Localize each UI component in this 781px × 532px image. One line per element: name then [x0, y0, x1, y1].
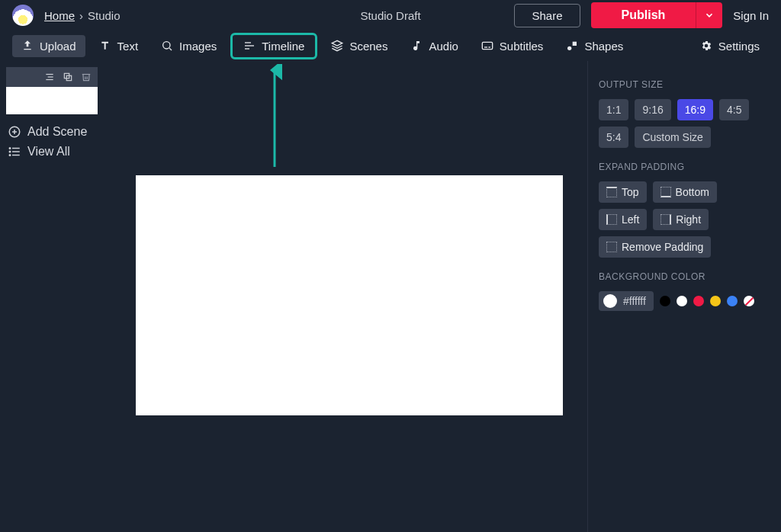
- audio-label: Audio: [429, 40, 458, 53]
- scenes-label: Scenes: [349, 40, 387, 53]
- chevron-right-icon: ›: [79, 9, 83, 22]
- current-color-swatch: [603, 294, 617, 308]
- size-9-16[interactable]: 9:16: [635, 99, 670, 120]
- swatch-red[interactable]: [693, 296, 704, 306]
- pad-bottom-label: Bottom: [676, 186, 709, 198]
- shapes-icon: [566, 40, 578, 52]
- align-icon[interactable]: [44, 72, 55, 82]
- shapes-tool[interactable]: Shapes: [557, 35, 632, 57]
- view-all-button[interactable]: View All: [0, 142, 114, 162]
- copy-icon[interactable]: [63, 72, 73, 82]
- subtitles-tool[interactable]: Subtitles: [472, 35, 553, 57]
- swatch-yellow[interactable]: [710, 296, 721, 306]
- text-tool[interactable]: Text: [90, 35, 148, 57]
- shapes-label: Shapes: [584, 40, 623, 53]
- images-tool[interactable]: Images: [152, 35, 226, 57]
- remove-padding-button[interactable]: Remove Padding: [599, 236, 711, 258]
- background-color-label: BACKGROUND COLOR: [599, 271, 770, 282]
- timeline-tool[interactable]: Timeline: [230, 33, 317, 59]
- padding-options: Top Bottom Left Right Remove Padding: [599, 181, 770, 258]
- size-1-1[interactable]: 1:1: [599, 99, 628, 120]
- images-label: Images: [179, 40, 217, 53]
- timeline-label: Timeline: [262, 40, 304, 53]
- scenes-panel: Add Scene View All: [0, 61, 114, 532]
- trash-icon[interactable]: [81, 72, 92, 82]
- svg-point-25: [9, 151, 11, 152]
- svg-point-9: [567, 46, 571, 50]
- padding-left-button[interactable]: Left: [599, 209, 647, 230]
- gear-icon: [700, 40, 712, 52]
- svg-point-26: [9, 155, 11, 156]
- swatch-none[interactable]: [744, 296, 754, 306]
- size-4-5[interactable]: 4:5: [719, 99, 749, 120]
- sign-in-link[interactable]: Sign In: [733, 9, 769, 22]
- output-size-options: 1:1 9:16 16:9 4:5 5:4 Custom Size: [599, 99, 770, 148]
- size-16-9[interactable]: 16:9: [677, 99, 713, 120]
- main-area: Add Scene View All OUTPUT SIZE 1:1 9:16 …: [0, 61, 781, 532]
- music-icon: [410, 40, 423, 52]
- scene-toolbar: [6, 67, 98, 87]
- add-scene-button[interactable]: Add Scene: [0, 122, 114, 142]
- breadcrumb-home[interactable]: Home: [44, 9, 75, 22]
- upload-tool[interactable]: Upload: [12, 35, 85, 57]
- svg-point-0: [163, 42, 170, 49]
- svg-line-1: [169, 48, 172, 50]
- app-logo: [12, 5, 34, 26]
- pad-bottom-icon: [660, 187, 671, 197]
- breadcrumb-current: Studio: [88, 9, 121, 22]
- svg-marker-5: [333, 40, 342, 46]
- pad-left-icon: [606, 214, 617, 225]
- subtitles-label: Subtitles: [500, 40, 544, 53]
- pad-top-label: Top: [622, 186, 639, 198]
- pad-right-icon: [660, 214, 671, 225]
- custom-size-button[interactable]: Custom Size: [635, 127, 710, 148]
- current-color-value: #ffffff: [623, 295, 646, 307]
- subtitles-icon: [481, 40, 493, 52]
- pad-remove-icon: [606, 242, 617, 252]
- scenes-tool[interactable]: Scenes: [322, 35, 397, 57]
- view-all-label: View All: [27, 145, 70, 159]
- settings-tool[interactable]: Settings: [691, 35, 769, 57]
- layers-icon: [331, 40, 343, 52]
- guide-arrow-icon: [267, 64, 282, 171]
- pad-left-label: Left: [622, 213, 639, 226]
- chevron-down-icon: [704, 10, 715, 21]
- page-title: Studio Draft: [360, 9, 420, 22]
- upload-icon: [21, 40, 34, 52]
- padding-bottom-button[interactable]: Bottom: [653, 181, 717, 203]
- settings-label: Settings: [718, 40, 760, 53]
- text-label: Text: [117, 40, 139, 53]
- list-icon: [8, 145, 21, 159]
- padding-right-button[interactable]: Right: [653, 209, 709, 230]
- publish-group: Publish: [591, 2, 723, 28]
- search-icon: [161, 40, 173, 52]
- share-button[interactable]: Share: [514, 4, 580, 27]
- padding-top-button[interactable]: Top: [599, 181, 647, 203]
- swatch-blue[interactable]: [727, 296, 738, 306]
- add-scene-label: Add Scene: [27, 125, 87, 139]
- size-5-4[interactable]: 5:4: [599, 127, 628, 148]
- svg-rect-10: [573, 42, 577, 46]
- svg-rect-6: [482, 42, 492, 49]
- background-color-row: #ffffff: [599, 291, 770, 311]
- swatch-white[interactable]: [677, 296, 687, 306]
- canvas[interactable]: [136, 175, 563, 415]
- timeline-icon: [243, 40, 256, 52]
- swatch-black[interactable]: [660, 296, 670, 306]
- expand-padding-label: EXPAND PADDING: [599, 162, 770, 172]
- audio-tool[interactable]: Audio: [401, 35, 467, 57]
- svg-point-24: [9, 148, 11, 149]
- pad-right-label: Right: [676, 213, 701, 226]
- canvas-area: [114, 61, 587, 532]
- breadcrumb: Home › Studio: [44, 9, 121, 22]
- background-color-input[interactable]: #ffffff: [599, 291, 654, 311]
- publish-button[interactable]: Publish: [591, 2, 696, 28]
- upload-label: Upload: [40, 40, 76, 53]
- text-icon: [99, 40, 111, 52]
- plus-circle-icon: [8, 125, 21, 139]
- output-size-label: OUTPUT SIZE: [599, 79, 770, 90]
- scene-thumbnail[interactable]: [6, 87, 98, 114]
- publish-dropdown-button[interactable]: [696, 2, 722, 28]
- pad-top-icon: [606, 187, 617, 197]
- toolbar: Upload Text Images Timeline Scenes Audio: [0, 30, 781, 61]
